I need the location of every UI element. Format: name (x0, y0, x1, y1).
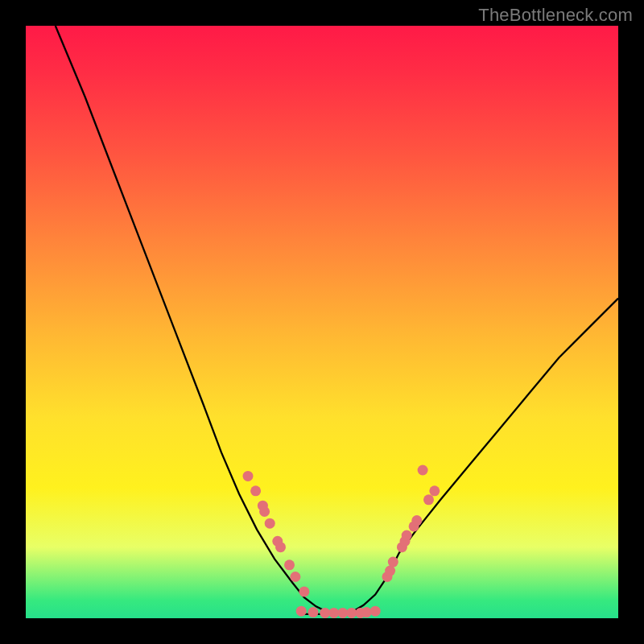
data-point (361, 607, 372, 617)
data-point (299, 586, 309, 597)
plot-area (26, 26, 618, 618)
data-point (411, 515, 422, 526)
data-point (250, 485, 261, 496)
data-point (308, 607, 319, 617)
data-point (388, 557, 398, 568)
data-point (265, 518, 275, 529)
brand-watermark: TheBottleneck.com (478, 5, 633, 26)
data-point (296, 606, 307, 617)
chart-svg (26, 26, 618, 618)
data-point (402, 530, 412, 541)
data-point (284, 559, 295, 570)
data-point (429, 485, 440, 496)
data-point (423, 494, 434, 505)
data-point (275, 542, 286, 552)
data-point (290, 572, 300, 582)
data-point (328, 608, 339, 618)
data-point (259, 506, 270, 517)
data-point (243, 471, 254, 481)
data-point (370, 606, 381, 617)
bottleneck-curve (56, 26, 618, 614)
curve-group (56, 26, 618, 614)
data-point (385, 566, 395, 576)
chart-frame: TheBottleneck.com (0, 0, 644, 644)
data-point (418, 465, 428, 476)
scatter-group (243, 465, 440, 618)
